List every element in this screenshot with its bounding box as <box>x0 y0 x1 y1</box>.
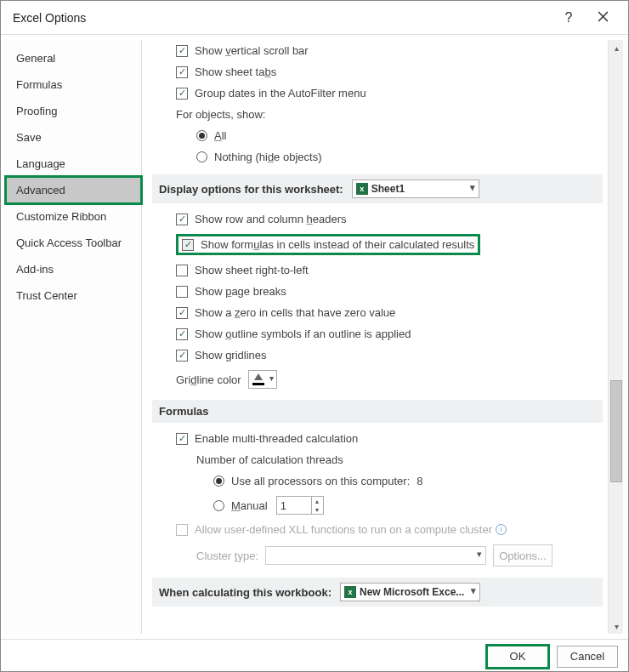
info-icon[interactable]: i <box>496 524 507 535</box>
radio-all-processors[interactable] <box>213 476 224 487</box>
window-title: Excel Options <box>13 11 552 25</box>
label-outline-symbols: Show outline symbols if an outline is ap… <box>195 327 411 340</box>
label-show-headers: Show row and column headers <box>195 213 347 225</box>
scroll-down-icon[interactable]: ▾ <box>609 618 624 634</box>
help-button[interactable]: ? <box>552 10 586 26</box>
label-show-zero: Show a zero in cells that have zero valu… <box>195 306 395 319</box>
label-sheet-rtl: Show sheet right-to-left <box>195 264 309 276</box>
spinner-thread-count[interactable]: 1 ▴▾ <box>276 496 324 515</box>
sidebar-item-proofing[interactable]: Proofing <box>6 98 141 124</box>
sidebar-item-trust-center[interactable]: Trust Center <box>6 282 141 309</box>
checkbox-multithreaded[interactable] <box>176 433 188 445</box>
label-show-sheet-tabs: Show sheet tabs <box>195 65 276 78</box>
scroll-thumb[interactable] <box>610 380 622 482</box>
dropdown-worksheet[interactable]: x Sheet1 <box>352 179 479 198</box>
checkbox-group-dates-autofilter[interactable] <box>176 88 188 100</box>
section-formulas-label: Formulas <box>159 405 209 418</box>
processor-count: 8 <box>416 475 422 487</box>
label-all-processors: Use all processors on this computer: <box>231 475 410 487</box>
sidebar-item-language[interactable]: Language <box>6 151 141 177</box>
checkbox-show-zero[interactable] <box>176 307 188 319</box>
label-multithreaded: Enable multi-threaded calculation <box>195 432 358 445</box>
label-cluster-type: Cluster type: <box>196 550 258 562</box>
section-calc-workbook: When calculating this workbook: x New Mi… <box>152 578 603 607</box>
spinner-down-icon[interactable]: ▾ <box>312 505 323 514</box>
checkbox-show-sheet-tabs[interactable] <box>176 66 188 78</box>
label-group-dates-autofilter: Group dates in the AutoFilter menu <box>195 87 366 100</box>
checkbox-page-breaks[interactable] <box>176 286 188 298</box>
options-content: Show vertical scroll bar Show sheet tabs… <box>142 35 608 639</box>
cancel-button[interactable]: Cancel <box>557 646 618 668</box>
excel-icon: x <box>344 586 356 598</box>
ok-button[interactable]: OK <box>487 646 548 668</box>
radio-manual-threads[interactable] <box>213 500 224 511</box>
label-gridline-color: Gridline color <box>176 373 241 386</box>
checkbox-sheet-rtl[interactable] <box>176 265 188 276</box>
sidebar-item-save[interactable]: Save <box>6 124 141 151</box>
checkbox-xll-cluster <box>176 524 188 536</box>
label-objects-nothing: Nothing (hide objects) <box>214 151 321 163</box>
sidebar-item-advanced[interactable]: Advanced <box>6 177 141 203</box>
vertical-scrollbar[interactable]: ▴ ▾ <box>608 40 623 634</box>
section-display-worksheet-label: Display options for this worksheet: <box>159 183 343 196</box>
checkbox-show-headers[interactable] <box>176 214 188 225</box>
gridline-color-picker[interactable] <box>248 370 277 389</box>
sidebar-item-add-ins[interactable]: Add-ins <box>6 256 141 282</box>
dropdown-workbook[interactable]: x New Microsoft Exce... <box>340 583 480 601</box>
section-calc-workbook-label: When calculating this workbook: <box>159 586 332 599</box>
sidebar-item-formulas[interactable]: Formulas <box>6 71 141 98</box>
bucket-icon <box>252 373 264 385</box>
section-display-worksheet: Display options for this worksheet: x Sh… <box>152 174 603 203</box>
section-formulas: Formulas <box>152 400 603 423</box>
dropdown-worksheet-value: Sheet1 <box>371 183 405 195</box>
label-show-vertical-scrollbar: Show vertical scroll bar <box>195 44 309 57</box>
dropdown-workbook-value: New Microsoft Exce... <box>360 586 464 598</box>
sidebar-item-customize-ribbon[interactable]: Customize Ribbon <box>6 203 141 230</box>
spinner-value: 1 <box>277 499 311 512</box>
checkbox-show-vertical-scrollbar[interactable] <box>176 45 188 57</box>
radio-objects-all[interactable] <box>196 130 207 141</box>
label-show-formulas: Show formulas in cells instead of their … <box>201 238 474 251</box>
checkbox-outline-symbols[interactable] <box>176 328 188 340</box>
radio-objects-nothing[interactable] <box>196 151 207 162</box>
sidebar-item-quick-access-toolbar[interactable]: Quick Access Toolbar <box>6 230 141 256</box>
label-for-objects-show: For objects, show: <box>176 108 266 121</box>
dropdown-cluster-type <box>265 546 486 565</box>
label-gridlines: Show gridlines <box>195 349 267 362</box>
scroll-up-icon[interactable]: ▴ <box>609 40 624 55</box>
checkbox-gridlines[interactable] <box>176 350 188 362</box>
titlebar: Excel Options ? <box>1 1 628 35</box>
button-cluster-options: Options... <box>493 544 552 567</box>
label-thread-count: Number of calculation threads <box>196 453 343 466</box>
label-page-breaks: Show page breaks <box>195 285 286 298</box>
label-xll-cluster: Allow user-defined XLL functions to run … <box>195 523 492 536</box>
spinner-up-icon[interactable]: ▴ <box>312 497 323 505</box>
checkbox-show-formulas[interactable] <box>182 239 194 251</box>
sidebar: General Formulas Proofing Save Language … <box>6 40 142 634</box>
sidebar-item-general[interactable]: General <box>6 45 141 71</box>
label-manual-threads: Manual <box>231 499 268 512</box>
dialog-footer: OK Cancel <box>1 639 628 672</box>
excel-icon: x <box>356 183 368 195</box>
close-button[interactable] <box>586 10 620 26</box>
label-objects-all: All <box>214 129 226 142</box>
